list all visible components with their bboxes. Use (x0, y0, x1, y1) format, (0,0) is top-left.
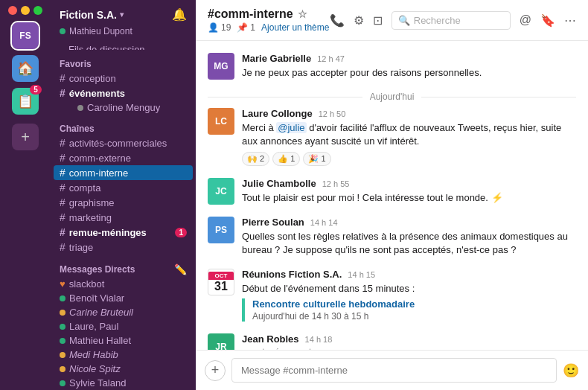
sidebar-item-remue-meninges[interactable]: # remue-méninges 1 (51, 225, 196, 240)
main-content: #comm-interne ☆ 👤 19 📌 1 Ajouter un thèm… (196, 0, 588, 390)
event-title[interactable]: Rencontre culturelle hebdomadaire (252, 298, 576, 310)
message-text: Début de l'événement dans 15 minutes : (242, 282, 576, 295)
user-label: Laure, Paul (69, 321, 119, 332)
hash-icon: # (60, 241, 65, 253)
message-time: 12 h 47 (317, 54, 345, 63)
sidebar-dm-medi[interactable]: Medi Habib (51, 348, 196, 362)
workspace-title[interactable]: Fiction S.A. ▾ (60, 9, 124, 21)
pins-count: 📌 1 (237, 22, 255, 33)
dm-dot-icon (60, 338, 65, 344)
message-row: JR Jean Robles 14 h 18 a partagé un post… (208, 333, 576, 350)
sidebar-item-marketing[interactable]: # marketing (51, 210, 196, 225)
sidebar-dm-nicole[interactable]: Nicole Spitz (51, 362, 196, 376)
sidebar-item-caroline[interactable]: Caroline Menguy (51, 100, 196, 115)
sidebar-dm-slackbot[interactable]: ♥ slackbot (51, 277, 196, 291)
user-label: Benoît Vialar (69, 292, 124, 304)
channels-label[interactable]: Chaînes (60, 124, 95, 134)
message-header: Marie Gabrielle 12 h 47 (242, 53, 576, 64)
reaction-button[interactable]: 👍 1 (272, 152, 300, 166)
workspace-icon-2[interactable]: 🏠 (12, 55, 39, 82)
workspace-name-label: Fiction S.A. (60, 9, 117, 21)
at-icon[interactable]: @ (520, 13, 531, 27)
add-attachment-button[interactable]: + (205, 360, 226, 381)
channel-header: #comm-interne ☆ 👤 19 📌 1 Ajouter un thèm… (196, 0, 588, 41)
app-icons-bar: FS 🏠 📋 5 + (0, 0, 51, 390)
avatar: PS (208, 217, 234, 243)
workspace-icon-1[interactable]: FS (12, 22, 39, 49)
reaction-button[interactable]: 🙌 2 (242, 152, 269, 166)
search-box[interactable]: 🔍 Recherche (392, 11, 511, 30)
message-input[interactable] (231, 358, 557, 383)
favorites-label[interactable]: Favoris (60, 59, 92, 69)
phone-icon[interactable]: 📞 (330, 13, 345, 28)
message-text: Quelles sont les règles relatives à la p… (242, 230, 576, 257)
layout-icon[interactable]: ⊡ (373, 13, 383, 28)
members-count: 👤 19 (208, 22, 231, 33)
workspace-icon-3[interactable]: 📋 5 (12, 88, 39, 115)
reaction-button[interactable]: 🎉 1 (303, 152, 330, 166)
traffic-lights (8, 6, 42, 15)
message-row: MG Marie Gabrielle 12 h 47 Je ne peux pa… (208, 53, 576, 80)
event-time: Aujourd'hui de 14 h 30 à 15 h (252, 311, 576, 322)
sidebar-dm-carine[interactable]: Carine Bruteuil (51, 305, 196, 319)
avatar: JR (208, 333, 234, 350)
members-number: 19 (221, 22, 231, 33)
sidebar-fils-discussion[interactable]: Fils de discussion (51, 42, 196, 50)
notifications-icon[interactable]: 🔔 (172, 7, 187, 22)
dm-label[interactable]: Messages Directs (60, 264, 135, 275)
channel-name: #comm-interne ☆ (208, 7, 329, 21)
sidebar-item-evenements[interactable]: # événements (51, 86, 196, 100)
add-dm-icon[interactable]: ✏️ (174, 263, 187, 275)
add-workspace-button[interactable]: + (12, 124, 39, 150)
message-author: Julie Chambolle (242, 178, 316, 189)
maximize-button[interactable] (33, 6, 42, 15)
hash-icon: # (60, 72, 65, 84)
sidebar-item-graphisme[interactable]: # graphisme (51, 195, 196, 210)
sidebar-user: Mathieu Dupont (51, 26, 196, 42)
dm-dot-icon (60, 352, 65, 358)
reactions: 🙌 2 👍 1 🎉 1 (242, 152, 576, 166)
sidebar-item-comm-externe[interactable]: # comm-externe (51, 150, 196, 165)
channel-meta: 👤 19 📌 1 Ajouter un thème (208, 22, 329, 33)
dm-dot-icon (60, 380, 65, 386)
minimize-button[interactable] (21, 6, 30, 15)
avatar: OCT 31 (208, 269, 234, 295)
search-icon: 🔍 (398, 15, 410, 26)
hash-icon: # (60, 196, 65, 208)
sidebar-item-compta[interactable]: # compta (51, 180, 196, 195)
emoji-picker-icon[interactable]: 🙂 (563, 362, 579, 379)
workspace-dropdown-arrow: ▾ (120, 10, 124, 19)
search-placeholder: Recherche (414, 15, 461, 26)
message-header: Laure Collonge 12 h 50 (242, 108, 576, 119)
sidebar-item-activites-commerciales[interactable]: # activités-commerciales (51, 135, 196, 150)
members-icon: 👤 (208, 22, 219, 33)
more-icon[interactable]: ⋯ (564, 13, 576, 28)
channel-name-label: remue-méninges (69, 227, 147, 238)
channel-name-label: conception (69, 73, 116, 84)
bookmark-icon[interactable]: 🔖 (540, 13, 555, 28)
user-label: Sylvie Taland (69, 377, 126, 389)
event-card: Rencontre culturelle hebdomadaire Aujour… (242, 298, 576, 322)
dm-dot-icon (60, 295, 65, 301)
channel-name-label: comm-interne (69, 167, 128, 179)
channel-name-label: #comm-interne (208, 7, 293, 21)
add-theme-link[interactable]: Ajouter un thème (261, 22, 329, 33)
settings-icon[interactable]: ⚙ (354, 13, 364, 28)
sidebar-item-triage[interactable]: # triage (51, 240, 196, 255)
sidebar: Fiction S.A. ▾ 🔔 Mathieu Dupont Fils de … (51, 0, 196, 390)
hash-icon: # (60, 137, 65, 149)
star-icon[interactable]: ☆ (298, 8, 307, 20)
message-time: 12 h 50 (319, 109, 346, 118)
sidebar-dm-laure-paul[interactable]: Laure, Paul (51, 319, 196, 333)
dm-dot-icon (60, 310, 65, 316)
close-button[interactable] (8, 6, 17, 15)
user-label: slackbot (69, 278, 105, 290)
hash-icon: # (60, 87, 65, 99)
sidebar-dm-sylvie[interactable]: Sylvie Taland (51, 376, 196, 390)
day-divider: Aujourd'hui (208, 92, 576, 102)
sidebar-dm-benoit[interactable]: Benoît Vialar (51, 291, 196, 305)
sidebar-item-conception[interactable]: # conception (51, 71, 196, 86)
channel-name-label: graphisme (69, 197, 115, 208)
sidebar-dm-mathieu[interactable]: Mathieu Hallet (51, 333, 196, 348)
sidebar-item-comm-interne[interactable]: # comm-interne (54, 165, 193, 180)
